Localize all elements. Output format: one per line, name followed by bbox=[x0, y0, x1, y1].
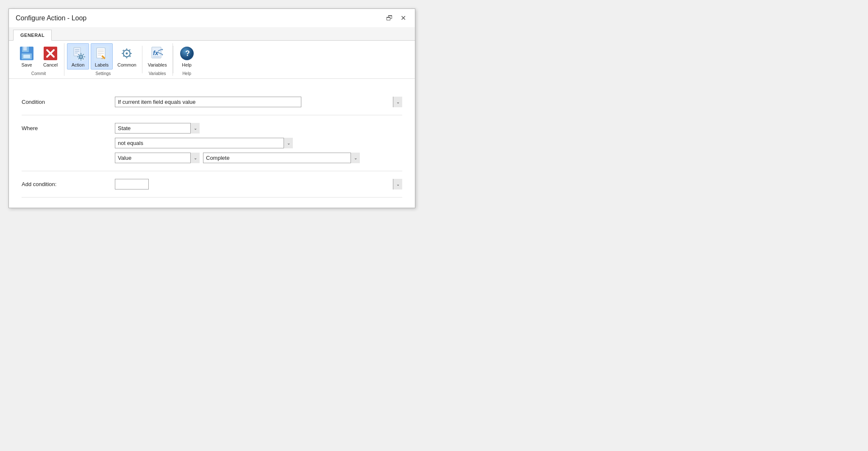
svg-point-15 bbox=[81, 56, 82, 58]
svg-rect-4 bbox=[23, 55, 30, 58]
toolbar: Save Cancel Commit bbox=[9, 41, 415, 79]
action-gear-icon bbox=[70, 45, 86, 61]
save-icon bbox=[19, 45, 35, 61]
action-label: Action bbox=[72, 62, 85, 67]
title-bar: Configure Action - Loop 🗗 ✕ bbox=[9, 9, 415, 27]
close-button[interactable]: ✕ bbox=[398, 13, 408, 23]
svg-rect-17 bbox=[81, 59, 81, 61]
condition-select[interactable]: If current item field equals value If cu… bbox=[115, 97, 301, 107]
svg-rect-19 bbox=[84, 56, 85, 57]
where-field-wrapper: State Title Status Priority ⌄ bbox=[115, 123, 200, 134]
svg-rect-2 bbox=[23, 47, 27, 50]
where-value-val-wrapper: Complete In Progress Not Started Deferre… bbox=[203, 153, 360, 163]
svg-point-33 bbox=[126, 53, 128, 55]
help-group-label: Help bbox=[182, 71, 191, 76]
toolbar-group-settings: Action bbox=[64, 43, 142, 76]
cancel-icon bbox=[42, 45, 58, 61]
condition-select-arrow: ⌄ bbox=[393, 97, 402, 107]
variables-button[interactable]: fx Variables bbox=[145, 43, 170, 70]
help-button[interactable]: ? Help bbox=[176, 43, 198, 70]
cancel-label: Cancel bbox=[43, 62, 58, 67]
svg-text:fx: fx bbox=[153, 50, 159, 56]
svg-marker-47 bbox=[162, 49, 163, 50]
add-condition-label: Add condition: bbox=[22, 179, 115, 187]
labels-label: Labels bbox=[95, 62, 108, 67]
where-field-row: State Title Status Priority ⌄ bbox=[115, 123, 402, 134]
variables-icon: fx bbox=[149, 45, 165, 61]
help-buttons: ? Help bbox=[176, 43, 198, 70]
where-value-type-wrapper: Value Variable Lookup ⌄ bbox=[115, 153, 200, 163]
variables-buttons: fx Variables bbox=[145, 43, 170, 70]
toolbar-group-variables: fx Variables Variables bbox=[142, 43, 173, 76]
add-condition-row: Add condition: and or ⌄ bbox=[22, 171, 402, 198]
toolbar-group-commit: Save Cancel Commit bbox=[13, 43, 64, 76]
where-value-type-select[interactable]: Value Variable Lookup bbox=[115, 153, 200, 163]
save-button[interactable]: Save bbox=[16, 43, 38, 70]
condition-row: Condition If current item field equals v… bbox=[22, 89, 402, 115]
save-label: Save bbox=[21, 62, 32, 67]
svg-rect-16 bbox=[81, 53, 81, 54]
commit-group-label: Commit bbox=[31, 71, 46, 76]
add-condition-select[interactable]: and or bbox=[115, 179, 149, 189]
where-operator-select[interactable]: equals not equals contains is empty bbox=[115, 138, 293, 148]
add-condition-wrapper: and or ⌄ bbox=[115, 179, 402, 189]
svg-rect-34 bbox=[126, 48, 127, 50]
toolbar-group-help: ? Help Help bbox=[173, 43, 200, 76]
svg-rect-35 bbox=[126, 57, 127, 58]
where-operator-row: equals not equals contains is empty ⌄ bbox=[115, 138, 402, 148]
variables-label: Variables bbox=[148, 62, 167, 67]
where-operator-wrapper: equals not equals contains is empty ⌄ bbox=[115, 138, 293, 148]
where-label: Where bbox=[22, 123, 115, 131]
condition-controls: If current item field equals value If cu… bbox=[115, 97, 402, 107]
labels-icon bbox=[94, 45, 110, 61]
help-label: Help bbox=[182, 62, 192, 67]
variables-group-label: Variables bbox=[149, 71, 166, 76]
labels-button[interactable]: Labels bbox=[91, 43, 113, 70]
help-icon: ? bbox=[179, 45, 195, 61]
svg-rect-36 bbox=[122, 53, 123, 54]
tab-bar: GENERAL bbox=[9, 27, 415, 41]
tab-general[interactable]: GENERAL bbox=[13, 30, 52, 41]
common-button[interactable]: Common bbox=[114, 43, 139, 70]
settings-group-label: Settings bbox=[95, 71, 111, 76]
action-button[interactable]: Action bbox=[67, 43, 89, 70]
commit-buttons: Save Cancel bbox=[16, 43, 61, 70]
where-row: Where State Title Status Priority ⌄ bbox=[22, 115, 402, 171]
restore-button[interactable]: 🗗 bbox=[384, 13, 395, 23]
cancel-button[interactable]: Cancel bbox=[39, 43, 61, 70]
settings-buttons: Action bbox=[67, 43, 139, 70]
condition-label: Condition bbox=[22, 97, 115, 105]
add-condition-arrow: ⌄ bbox=[393, 179, 402, 189]
condition-select-wrapper: If current item field equals value If cu… bbox=[115, 97, 402, 107]
where-field-select[interactable]: State Title Status Priority bbox=[115, 123, 200, 134]
svg-rect-37 bbox=[130, 53, 132, 54]
configure-action-window: Configure Action - Loop 🗗 ✕ GENERAL bbox=[8, 8, 415, 208]
where-value-row: Value Variable Lookup ⌄ Complete In Prog… bbox=[115, 153, 402, 163]
window-title: Configure Action - Loop bbox=[16, 14, 86, 22]
svg-text:?: ? bbox=[185, 49, 190, 58]
where-value-val-select[interactable]: Complete In Progress Not Started Deferre… bbox=[203, 153, 360, 163]
svg-marker-48 bbox=[162, 54, 163, 56]
content-area: Condition If current item field equals v… bbox=[9, 79, 415, 208]
title-bar-controls: 🗗 ✕ bbox=[384, 13, 408, 23]
where-controls: State Title Status Priority ⌄ equals not… bbox=[115, 123, 402, 163]
svg-rect-18 bbox=[77, 56, 78, 57]
common-label: Common bbox=[117, 62, 136, 67]
common-gear-icon bbox=[119, 45, 135, 61]
add-condition-controls: and or ⌄ bbox=[115, 179, 402, 189]
